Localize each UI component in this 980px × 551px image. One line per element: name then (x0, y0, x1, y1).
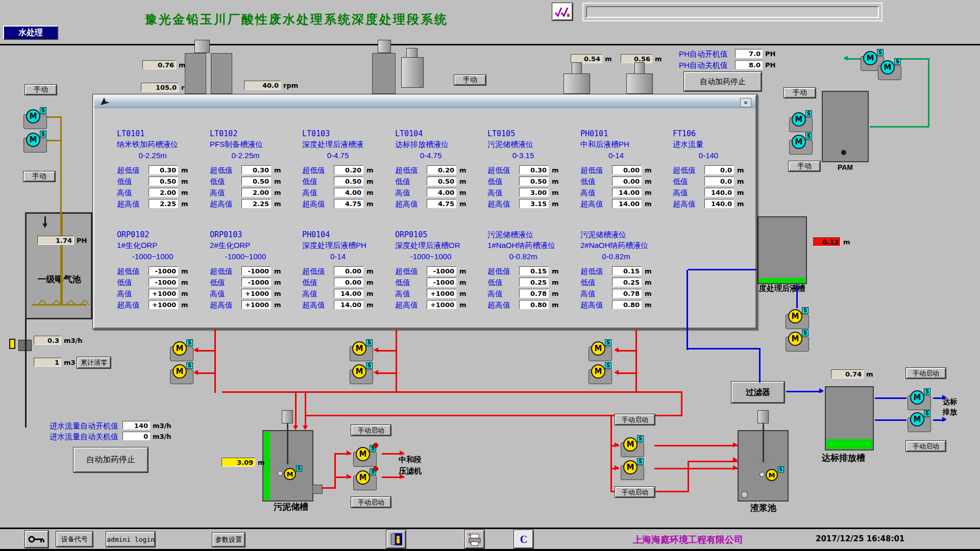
pump-icon-3[interactable]: MS (788, 110, 813, 133)
manual-button-3[interactable]: 手动 (454, 75, 486, 85)
manual-button-4[interactable]: 手动 (784, 88, 816, 98)
auto-dose-stop-button-top[interactable]: 自动加药停止 (684, 72, 762, 91)
device-code-button[interactable]: 设备代号 (56, 532, 93, 547)
setpoint-input[interactable]: -1000 (149, 266, 178, 276)
admin-login-button[interactable]: admini login (106, 532, 155, 547)
setpoint-input[interactable]: 4.00 (427, 188, 456, 197)
setpoint-input[interactable]: -1000 (241, 266, 271, 276)
setpoint-input[interactable]: 4.00 (334, 188, 363, 197)
pump-icon-12[interactable]: MS (349, 362, 373, 385)
setpoint-input[interactable]: 3.00 (519, 188, 549, 197)
setpoint-input[interactable]: 0.25 (519, 278, 549, 287)
setpoint-input[interactable]: 2.25 (241, 199, 271, 208)
setpoint-input[interactable]: 0.15 (519, 266, 549, 276)
setpoint-input[interactable]: 0.00 (334, 278, 363, 287)
exit-button[interactable] (386, 530, 406, 548)
manual-start-button-3[interactable]: 手动启动 (615, 414, 655, 425)
setpoint-input[interactable]: 0.30 (149, 165, 178, 174)
dialog-titlebar[interactable]: ✕ (94, 96, 755, 108)
setpoint-input[interactable]: 0.0 (704, 177, 734, 186)
pump-icon-11[interactable]: MS (349, 339, 373, 362)
pump-icon-13[interactable]: MS (587, 339, 612, 362)
setpoint-input[interactable]: 0.20 (427, 165, 456, 174)
setpoint-input[interactable]: 0.25 (612, 278, 642, 287)
setpoint-input[interactable]: +1000 (241, 289, 271, 298)
manual-start-button-6[interactable]: 手动启动 (906, 441, 946, 452)
setpoint-input[interactable]: 14.00 (334, 289, 363, 298)
setpoint-input[interactable]: 0.00 (334, 266, 363, 276)
setpoint-input[interactable]: 140.0 (704, 199, 734, 208)
setpoint-input[interactable]: +1000 (149, 300, 178, 309)
setpoint-input[interactable]: 0.50 (519, 177, 549, 186)
setpoint-input[interactable]: 140.0 (704, 188, 734, 197)
setpoint-input[interactable]: -1000 (427, 278, 456, 287)
setpoint-input[interactable]: 0.78 (519, 289, 549, 298)
alarm-check-icon[interactable] (552, 3, 573, 20)
pump-icon-17[interactable]: MS (620, 435, 644, 458)
manual-start-button-5[interactable]: 手动启动 (906, 368, 946, 379)
manual-button-1[interactable]: 手动 (25, 85, 57, 95)
setpoint-input[interactable]: 0.50 (427, 177, 456, 186)
tank-motor-icon-1[interactable]: MS (278, 467, 300, 481)
setpoint-input[interactable]: -1000 (149, 278, 178, 287)
pump-icon-5[interactable]: MS (906, 388, 931, 411)
setpoint-input[interactable]: 2.25 (149, 199, 178, 208)
setpoint-input[interactable]: 14.00 (612, 188, 642, 197)
manual-start-button-4[interactable]: 手动启动 (615, 487, 655, 497)
filter-box[interactable]: 过滤器 (731, 382, 785, 403)
setpoint-input[interactable]: 3.15 (519, 199, 549, 208)
pump-icon-4[interactable]: MS (788, 133, 813, 155)
manual-button-5[interactable]: 手动 (789, 161, 820, 171)
pump-icon-14[interactable]: MS (587, 362, 612, 385)
dialog-close-icon[interactable]: ✕ (740, 98, 751, 107)
setpoint-input[interactable]: +1000 (241, 300, 271, 309)
ph-auto-on-value[interactable]: 7.0 (735, 49, 763, 58)
pump-icon-6[interactable]: MS (906, 410, 931, 433)
flow-auto-on-value[interactable]: 140 (122, 421, 150, 430)
manual-button-2[interactable]: 手动 (23, 171, 55, 182)
manual-start-button-2[interactable]: 手动启动 (351, 497, 391, 508)
setpoint-input[interactable]: 0.80 (519, 300, 549, 309)
print-button[interactable] (465, 530, 484, 548)
param-setting-button[interactable]: 参数设置 (212, 533, 245, 547)
key-login-button[interactable] (25, 531, 48, 548)
ph-auto-off-value[interactable]: 8.0 (735, 60, 763, 69)
pump-icon-10[interactable]: MS (169, 362, 193, 385)
pump-icon-9[interactable]: MS (169, 339, 193, 362)
pump-icon-16[interactable]: MS (785, 330, 809, 352)
pump-icon-19[interactable]: MS (352, 445, 377, 467)
setpoint-input[interactable]: 0.50 (241, 177, 271, 186)
setpoint-input[interactable]: 0.20 (334, 165, 363, 174)
pump-icon-8[interactable]: MS (877, 58, 901, 81)
setpoint-input[interactable]: 0.00 (612, 165, 642, 174)
pump-icon-1[interactable]: MS (22, 107, 47, 130)
setpoint-input[interactable]: 14.00 (334, 300, 363, 309)
manual-start-button-1[interactable]: 手动启动 (351, 425, 391, 436)
setpoint-input[interactable]: +1000 (149, 289, 178, 298)
setpoint-input[interactable]: 14.00 (612, 199, 642, 208)
setpoint-input[interactable]: +1000 (427, 289, 456, 298)
pump-icon-18[interactable]: MS (620, 458, 644, 481)
setpoint-input[interactable]: 0.30 (519, 165, 549, 174)
setpoint-input[interactable]: 0.30 (241, 165, 271, 174)
script-c-button[interactable]: C (514, 530, 533, 548)
setpoint-input[interactable]: 2.00 (241, 188, 271, 197)
setpoint-input[interactable]: 4.75 (427, 199, 456, 208)
reset-total-button[interactable]: 累计清零 (77, 357, 111, 368)
tab-water-treatment[interactable]: 水处理 (3, 26, 58, 40)
setpoint-input[interactable]: -1000 (241, 278, 271, 287)
auto-dose-stop-button-bottom[interactable]: 自动加药停止 (74, 447, 148, 472)
setpoint-input[interactable]: 4.75 (334, 199, 363, 208)
pump-icon-15[interactable]: MS (785, 307, 809, 330)
setpoint-input[interactable]: +1000 (427, 300, 456, 309)
setpoint-input[interactable]: 0.78 (612, 289, 642, 298)
pump-icon-2[interactable]: MS (22, 131, 47, 153)
setpoint-input[interactable]: 0.00 (612, 177, 642, 186)
tank-motor-icon-2[interactable]: MS (760, 468, 782, 482)
setpoint-input[interactable]: 0.15 (612, 266, 642, 276)
pump-icon-20[interactable]: MS (352, 468, 377, 491)
setpoint-input[interactable]: 0.0 (704, 165, 734, 174)
setpoint-input[interactable]: -1000 (427, 266, 456, 276)
setpoint-input[interactable]: 0.50 (334, 177, 363, 186)
setpoint-input[interactable]: 0.80 (612, 300, 642, 309)
